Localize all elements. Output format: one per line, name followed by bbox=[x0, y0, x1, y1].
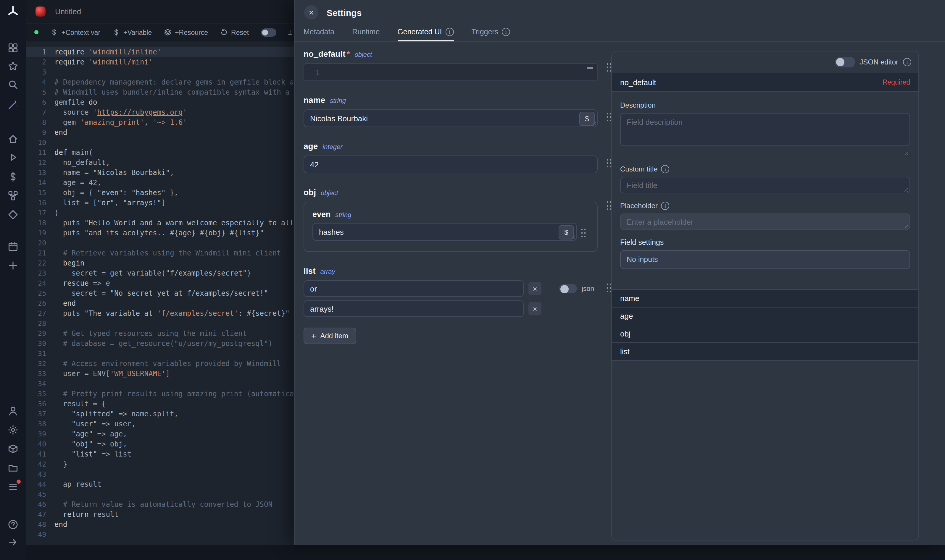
field-list: list array × json bbox=[304, 266, 598, 344]
info-icon[interactable] bbox=[661, 202, 669, 210]
add-variable-button[interactable]: +Variable bbox=[112, 28, 152, 36]
folders-icon[interactable] bbox=[8, 462, 18, 473]
json-toggle[interactable] bbox=[559, 284, 577, 293]
changelog-icon[interactable] bbox=[8, 482, 18, 492]
drag-handle-icon[interactable] bbox=[606, 200, 612, 210]
workspace-icon[interactable] bbox=[8, 443, 18, 454]
tab-runtime[interactable]: Runtime bbox=[352, 25, 379, 42]
dollar-icon bbox=[50, 28, 58, 36]
line-number: 34 bbox=[26, 379, 54, 389]
reset-icon bbox=[220, 28, 228, 36]
field-settings-select[interactable]: No inputs bbox=[620, 250, 910, 269]
diff-toggle[interactable] bbox=[261, 28, 276, 36]
custom-title-input[interactable] bbox=[620, 177, 910, 193]
no-default-json-editor[interactable]: 1 bbox=[304, 63, 598, 81]
info-icon[interactable] bbox=[502, 28, 510, 36]
name-input[interactable] bbox=[304, 109, 598, 127]
drag-handle-icon[interactable] bbox=[581, 228, 586, 237]
line-number: 20 bbox=[26, 238, 54, 248]
age-input[interactable] bbox=[304, 155, 598, 173]
plus-minus-label[interactable]: ± bbox=[288, 28, 292, 37]
field-name: name bbox=[304, 95, 325, 105]
remove-item-button[interactable]: × bbox=[529, 302, 541, 315]
line-number: 45 bbox=[26, 490, 54, 500]
even-input[interactable] bbox=[313, 223, 577, 241]
search-icon[interactable] bbox=[8, 79, 18, 90]
line-number: 30 bbox=[26, 339, 54, 349]
field-name: obj bbox=[304, 188, 316, 197]
script-title[interactable]: Untitled bbox=[55, 7, 81, 16]
info-icon[interactable] bbox=[661, 165, 669, 173]
schedules-icon[interactable] bbox=[8, 209, 18, 220]
calendar-icon[interactable] bbox=[8, 241, 18, 252]
line-number: 17 bbox=[26, 208, 54, 218]
remove-item-button[interactable]: × bbox=[529, 282, 541, 295]
collapse-icon[interactable] bbox=[587, 68, 593, 69]
drag-handle-icon[interactable] bbox=[606, 62, 612, 72]
windmill-logo-icon[interactable] bbox=[7, 5, 19, 17]
plus-icon: + bbox=[311, 332, 316, 340]
field-name: age bbox=[304, 142, 318, 151]
settings-icon[interactable] bbox=[8, 425, 18, 435]
tab-metadata[interactable]: Metadata bbox=[304, 25, 335, 42]
panel-row-name[interactable]: name bbox=[612, 290, 918, 308]
panel-row-age[interactable]: age bbox=[612, 308, 918, 325]
collapse-sidebar-icon[interactable] bbox=[8, 537, 18, 548]
field-name: list bbox=[304, 266, 315, 275]
panel-selected-field-row[interactable]: no_default Required bbox=[612, 73, 918, 92]
tab-label: Triggers bbox=[471, 28, 498, 36]
tab-generated-ui[interactable]: Generated UI bbox=[397, 25, 453, 42]
line-number: 38 bbox=[26, 419, 54, 429]
home-icon[interactable] bbox=[8, 134, 18, 144]
insert-variable-button[interactable]: $ bbox=[559, 225, 574, 240]
line-number: 2 bbox=[26, 57, 54, 68]
add-resource-button[interactable]: +Resource bbox=[163, 28, 208, 36]
description-textarea[interactable] bbox=[620, 113, 910, 146]
info-icon[interactable] bbox=[903, 58, 911, 66]
drag-handle-icon[interactable] bbox=[606, 112, 612, 121]
line-number: 8 bbox=[26, 118, 54, 128]
insert-variable-button[interactable]: $ bbox=[579, 112, 595, 126]
add-context-var-button[interactable]: +Context var bbox=[50, 28, 100, 36]
favorites-icon[interactable] bbox=[8, 61, 18, 72]
toolbar-item-label: +Variable bbox=[123, 29, 152, 36]
line-number: 40 bbox=[26, 439, 54, 449]
ai-wand-icon[interactable] bbox=[8, 99, 18, 110]
line-number: 23 bbox=[26, 268, 54, 278]
add-icon[interactable] bbox=[8, 260, 18, 271]
drag-handle-icon[interactable] bbox=[606, 158, 612, 167]
panel-row-obj[interactable]: obj bbox=[612, 325, 918, 343]
user-icon[interactable] bbox=[8, 406, 18, 416]
runs-icon[interactable] bbox=[8, 152, 18, 163]
reset-button[interactable]: Reset bbox=[220, 28, 249, 36]
field-type: array bbox=[320, 268, 335, 275]
panel-field-list: nameageobjlist bbox=[612, 289, 918, 361]
info-icon[interactable] bbox=[445, 28, 453, 36]
required-asterisk: * bbox=[347, 49, 350, 58]
modal-content: no_default * object 1 name string bbox=[295, 42, 945, 545]
json-editor-toggle[interactable] bbox=[835, 57, 855, 68]
field-settings-panel: JSON editor no_default Required Descript… bbox=[611, 51, 919, 540]
line-number: 18 bbox=[26, 218, 54, 228]
field-name-string: name string $ bbox=[304, 95, 598, 127]
app-root: Untitled +Context var+Variable+ResourceR… bbox=[0, 0, 945, 560]
list-item-input[interactable] bbox=[304, 300, 524, 317]
add-item-button[interactable]: + Add item bbox=[304, 328, 356, 344]
help-icon[interactable] bbox=[8, 519, 18, 530]
tab-triggers[interactable]: Triggers bbox=[471, 25, 510, 42]
list-item-input[interactable] bbox=[304, 280, 524, 297]
line-number: 22 bbox=[26, 258, 54, 268]
status-dot-icon bbox=[34, 30, 39, 34]
resources-icon[interactable] bbox=[8, 191, 18, 201]
close-button[interactable]: × bbox=[304, 5, 318, 20]
apps-icon[interactable] bbox=[8, 43, 18, 53]
placeholder-input[interactable] bbox=[620, 214, 910, 230]
panel-row-list[interactable]: list bbox=[612, 343, 918, 361]
drag-handle-icon[interactable] bbox=[606, 283, 612, 292]
notification-dot bbox=[17, 480, 21, 484]
line-number: 31 bbox=[26, 349, 54, 359]
line-number: 27 bbox=[26, 309, 54, 319]
line-number: 29 bbox=[26, 329, 54, 339]
panel-body: Description Custom title Placeholder bbox=[612, 92, 918, 281]
variables-icon[interactable] bbox=[8, 171, 18, 182]
